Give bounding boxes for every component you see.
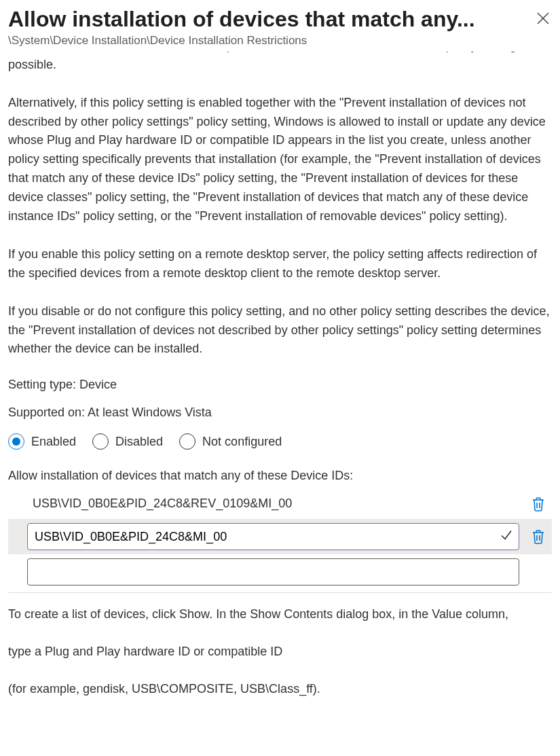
page-title: Allow installation of devices that match…	[8, 5, 475, 33]
state-radio-group: Enabled Disabled Not configured	[8, 433, 552, 450]
help-text: (for example, gendisk, USB\COMPOSITE, US…	[8, 680, 552, 698]
trash-icon	[531, 529, 545, 544]
device-id-row	[8, 519, 552, 554]
delete-row-button[interactable]	[525, 497, 552, 511]
description-paragraph: If you disable or do not configure this …	[8, 302, 552, 359]
close-button[interactable]	[534, 10, 552, 27]
divider	[8, 592, 552, 593]
device-id-input-new[interactable]	[27, 558, 519, 586]
supported-on-label: Supported on: At least Windows Vista	[8, 406, 552, 420]
help-text: type a Plug and Play hardware ID or comp…	[8, 643, 552, 661]
description-paragraph: If you enable this policy setting on a r…	[8, 245, 552, 283]
trash-icon	[531, 497, 545, 511]
device-id-input[interactable]	[27, 523, 519, 550]
radio-disabled[interactable]: Disabled	[92, 433, 163, 450]
radio-icon	[92, 433, 109, 450]
device-id-row-new	[8, 554, 552, 590]
device-ids-label: Allow installation of devices that match…	[8, 469, 552, 483]
help-text: To create a list of devices, click Show.…	[8, 605, 552, 624]
setting-type-label: Setting type: Device	[8, 378, 552, 392]
breadcrumb: \System\Device Installation\Device Insta…	[8, 34, 552, 48]
device-id-row: USB\VID_0B0E&PID_24C8&REV_0109&MI_00	[8, 488, 552, 519]
checkmark-icon	[500, 529, 512, 545]
radio-icon	[8, 433, 24, 450]
radio-label: Not configured	[202, 435, 282, 449]
radio-icon	[179, 433, 195, 450]
delete-row-button[interactable]	[525, 529, 552, 544]
radio-enabled[interactable]: Enabled	[8, 433, 76, 450]
description-paragraph: target Windows 10 versions. It is recomm…	[8, 52, 552, 75]
radio-label: Enabled	[31, 435, 76, 449]
close-icon	[537, 12, 549, 24]
device-ids-list: USB\VID_0B0E&PID_24C8&REV_0109&MI_00	[8, 488, 552, 590]
device-id-value[interactable]: USB\VID_0B0E&PID_24C8&REV_0109&MI_00	[8, 492, 519, 515]
description-paragraph: Alternatively, if this policy setting is…	[8, 94, 552, 226]
radio-label: Disabled	[115, 435, 163, 449]
radio-not-configured[interactable]: Not configured	[179, 433, 282, 450]
